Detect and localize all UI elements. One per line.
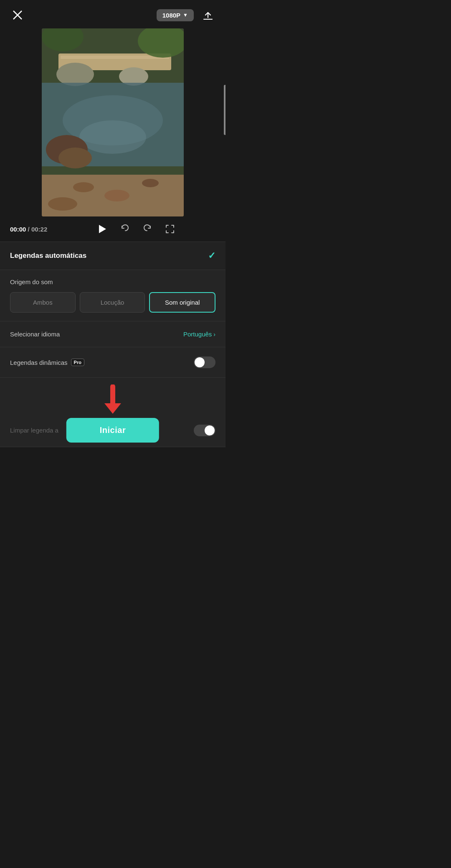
iniciar-button[interactable]: Iniciar: [66, 418, 159, 443]
svg-point-10: [79, 120, 146, 154]
upload-icon: [202, 9, 214, 21]
top-right-controls: 1080P ▼: [157, 8, 215, 23]
pro-badge: Pro: [71, 359, 84, 366]
settings-panel: Origem do som Ambos Locução Som original…: [0, 270, 226, 447]
svg-point-14: [73, 182, 94, 192]
current-time: 00:00: [10, 226, 26, 233]
arrow-section: [0, 378, 226, 414]
language-value[interactable]: Português ›: [183, 331, 215, 338]
video-scene: [42, 28, 184, 216]
sound-origin-label: Origem do som: [10, 278, 215, 285]
dynamic-captions-row: Legendas dinâmicas Pro: [0, 347, 226, 378]
upload-button[interactable]: [200, 8, 215, 23]
scroll-indicator: [224, 85, 226, 135]
language-row[interactable]: Selecionar idioma Português ›: [0, 321, 226, 347]
svg-point-6: [56, 63, 94, 86]
fullscreen-button[interactable]: [165, 224, 175, 234]
dynamic-captions-label: Legendas dinâmicas Pro: [10, 359, 84, 366]
svg-point-12: [58, 148, 92, 168]
time-display: 00:00 / 00:22: [10, 226, 47, 233]
sound-option-ambos[interactable]: Ambos: [10, 292, 76, 313]
video-container: [0, 28, 226, 216]
svg-point-16: [142, 179, 159, 187]
play-button[interactable]: [96, 223, 108, 235]
resolution-label: 1080P: [162, 12, 180, 19]
language-label: Selecionar idioma: [10, 331, 60, 338]
redo-button[interactable]: [142, 224, 153, 234]
undo-icon: [119, 224, 130, 234]
bottom-section: Limpar legenda a Iniciar: [0, 378, 226, 447]
close-button[interactable]: [10, 8, 25, 23]
last-toggle-track[interactable]: [194, 425, 215, 436]
iniciar-section: Limpar legenda a Iniciar: [0, 414, 226, 447]
sound-option-som-original[interactable]: Som original: [149, 292, 215, 313]
sound-origin-row: Origem do som Ambos Locução Som original: [0, 270, 226, 321]
video-preview: [42, 28, 184, 216]
scene-svg: [42, 28, 184, 216]
red-arrow-icon: [100, 384, 125, 414]
clear-caption-label: Limpar legenda a: [10, 427, 58, 434]
playback-buttons: [56, 223, 215, 235]
time-separator: /: [28, 226, 31, 233]
redo-icon: [142, 224, 153, 234]
resolution-chevron: ▼: [183, 12, 188, 18]
toggle-thumb: [195, 357, 205, 367]
chevron-right-icon: ›: [213, 331, 215, 338]
svg-marker-22: [104, 403, 121, 414]
sound-option-locucao[interactable]: Locução: [80, 292, 145, 313]
svg-marker-20: [99, 225, 106, 233]
playback-controls: 00:00 / 00:22: [0, 216, 226, 242]
undo-button[interactable]: [119, 224, 130, 234]
total-time: 00:22: [31, 226, 47, 233]
section-title: Legendas automáticas: [10, 252, 86, 260]
close-icon: [12, 9, 23, 21]
check-icon[interactable]: ✓: [208, 250, 215, 261]
section-header: Legendas automáticas ✓: [0, 242, 226, 270]
svg-point-17: [48, 197, 77, 211]
dynamic-captions-toggle[interactable]: [194, 356, 215, 368]
last-toggle-thumb: [205, 425, 215, 435]
top-bar: 1080P ▼: [0, 0, 226, 28]
fullscreen-icon: [165, 224, 175, 234]
resolution-button[interactable]: 1080P ▼: [157, 9, 194, 21]
svg-point-15: [104, 190, 129, 201]
play-icon: [96, 223, 108, 235]
toggle-track: [194, 356, 215, 368]
sound-options: Ambos Locução Som original: [10, 292, 215, 313]
